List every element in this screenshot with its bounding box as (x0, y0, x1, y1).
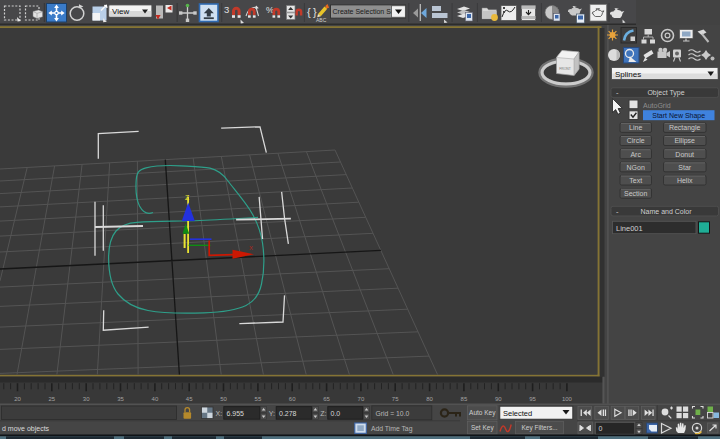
svg-text:25: 25 (48, 396, 55, 402)
svg-text:55: 55 (255, 396, 262, 402)
svg-text:40: 40 (152, 396, 159, 402)
svg-text:60: 60 (289, 396, 296, 402)
svg-text:Splines: Splines (615, 70, 641, 79)
svg-text:d move objects: d move objects (2, 425, 50, 433)
svg-text:35: 35 (117, 396, 124, 402)
svg-text:Name and Color: Name and Color (641, 208, 693, 215)
svg-text:3: 3 (224, 4, 229, 15)
svg-text:X:: X: (216, 410, 223, 417)
svg-text:Selected: Selected (503, 409, 532, 418)
svg-text:NGon: NGon (627, 164, 645, 171)
svg-text:FRONT: FRONT (559, 67, 571, 71)
svg-text:Section: Section (624, 190, 647, 197)
svg-text:Grid = 10.0: Grid = 10.0 (376, 410, 410, 417)
svg-text:Text: Text (629, 177, 642, 184)
svg-text:Star: Star (678, 164, 692, 171)
svg-text:80: 80 (426, 396, 433, 402)
svg-text:Start New Shape: Start New Shape (652, 112, 705, 120)
svg-text:Arc: Arc (630, 151, 641, 158)
svg-text:50: 50 (220, 396, 227, 402)
svg-text:Add Time Tag: Add Time Tag (371, 425, 413, 433)
svg-text:90: 90 (495, 396, 502, 402)
svg-text:Z:: Z: (320, 410, 326, 417)
svg-text:AutoGrid: AutoGrid (643, 102, 671, 109)
svg-text:{: { (307, 6, 311, 18)
svg-text:Donut: Donut (675, 151, 694, 158)
svg-text:30: 30 (83, 396, 90, 402)
svg-text:Auto Key: Auto Key (469, 409, 496, 417)
svg-text:X: X (249, 245, 253, 251)
svg-text:Line: Line (629, 124, 642, 131)
svg-text:85: 85 (461, 396, 468, 402)
svg-text:Helix: Helix (677, 177, 693, 184)
svg-text:65: 65 (323, 396, 330, 402)
svg-text:100: 100 (562, 396, 573, 402)
svg-text:Circle: Circle (627, 137, 645, 144)
svg-text:Line001: Line001 (616, 224, 643, 233)
svg-text:0.278: 0.278 (279, 410, 297, 417)
svg-text:75: 75 (392, 396, 399, 402)
svg-text:Key Filters...: Key Filters... (521, 424, 557, 432)
svg-text:Ellipse: Ellipse (674, 137, 695, 145)
svg-text:Set Key: Set Key (471, 424, 495, 432)
svg-text:Y:: Y: (269, 410, 275, 417)
svg-text:20: 20 (14, 396, 21, 402)
svg-text:ABC: ABC (316, 17, 327, 23)
svg-text:Rectangle: Rectangle (669, 124, 701, 132)
svg-text:6.955: 6.955 (227, 410, 245, 417)
svg-text:Z: Z (185, 194, 190, 201)
svg-text:Create Selection Se: Create Selection Se (333, 8, 395, 15)
svg-text:0.0: 0.0 (331, 410, 341, 417)
svg-text:Object Type: Object Type (647, 89, 684, 97)
svg-text:95: 95 (529, 396, 536, 402)
svg-text:View: View (112, 7, 129, 16)
svg-text:70: 70 (358, 396, 365, 402)
svg-text:45: 45 (186, 396, 193, 402)
svg-text:0: 0 (599, 425, 603, 432)
